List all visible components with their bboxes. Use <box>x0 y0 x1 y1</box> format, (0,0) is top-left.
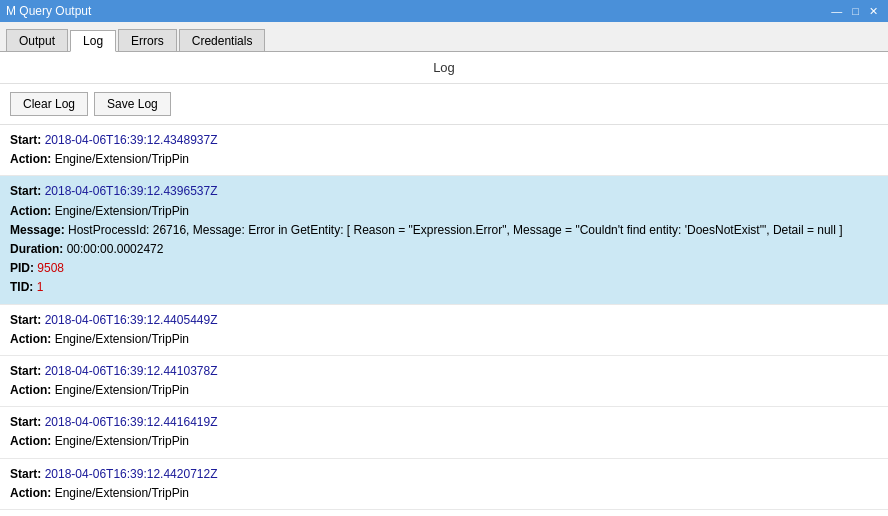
field-label: Start: <box>10 364 45 378</box>
close-button[interactable]: ✕ <box>865 2 882 20</box>
minimize-button[interactable]: — <box>827 2 846 20</box>
field-value: 1 <box>37 280 44 294</box>
field-label: Duration: <box>10 242 67 256</box>
field-label: Start: <box>10 415 45 429</box>
tab-log[interactable]: Log <box>70 30 116 52</box>
log-entry[interactable]: Start: 2018-04-06T16:39:12.4348937ZActio… <box>0 125 888 176</box>
title-bar: M Query Output — □ ✕ <box>0 0 888 22</box>
tab-credentials[interactable]: Credentials <box>179 29 266 51</box>
log-entry[interactable]: Start: 2018-04-06T16:39:12.4416419ZActio… <box>0 407 888 458</box>
field-label: Action: <box>10 152 55 166</box>
content-area: Log Clear Log Save Log Start: 2018-04-06… <box>0 52 888 516</box>
field-label: Start: <box>10 467 45 481</box>
field-value: 2018-04-06T16:39:12.4410378Z <box>45 364 218 378</box>
field-label: Start: <box>10 313 45 327</box>
field-value: Engine/Extension/TripPin <box>55 204 189 218</box>
save-log-button[interactable]: Save Log <box>94 92 171 116</box>
field-value: Engine/Extension/TripPin <box>55 152 189 166</box>
log-content[interactable]: Start: 2018-04-06T16:39:12.4348937ZActio… <box>0 125 888 516</box>
field-value: 00:00:00.0002472 <box>67 242 164 256</box>
field-value: 2018-04-06T16:39:12.4405449Z <box>45 313 218 327</box>
field-value: Engine/Extension/TripPin <box>55 434 189 448</box>
field-value: 2018-04-06T16:39:12.4396537Z <box>45 184 218 198</box>
field-value: 2018-04-06T16:39:12.4416419Z <box>45 415 218 429</box>
clear-log-button[interactable]: Clear Log <box>10 92 88 116</box>
field-label: Action: <box>10 434 55 448</box>
log-entry[interactable]: Start: 2018-04-06T16:39:12.4396537ZActio… <box>0 176 888 304</box>
field-value: 2018-04-06T16:39:12.4348937Z <box>45 133 218 147</box>
field-label: Start: <box>10 133 45 147</box>
log-section-title: Log <box>0 52 888 84</box>
field-label: Message: <box>10 223 68 237</box>
field-label: Action: <box>10 486 55 500</box>
field-value: HostProcessId: 26716, Message: Error in … <box>68 223 843 237</box>
tab-bar: OutputLogErrorsCredentials <box>0 22 888 52</box>
field-label: PID: <box>10 261 37 275</box>
window-title: M Query Output <box>6 4 91 18</box>
field-label: TID: <box>10 280 37 294</box>
field-value: 2018-04-06T16:39:12.4420712Z <box>45 467 218 481</box>
field-label: Action: <box>10 332 55 346</box>
maximize-button[interactable]: □ <box>848 2 863 20</box>
field-label: Start: <box>10 184 45 198</box>
field-label: Action: <box>10 383 55 397</box>
field-value: Engine/Extension/TripPin <box>55 486 189 500</box>
window-controls: — □ ✕ <box>827 2 882 20</box>
log-toolbar: Clear Log Save Log <box>0 84 888 125</box>
field-value: Engine/Extension/TripPin <box>55 332 189 346</box>
log-entry[interactable]: Start: 2018-04-06T16:39:12.4425721ZActio… <box>0 510 888 516</box>
field-value: Engine/Extension/TripPin <box>55 383 189 397</box>
log-entry[interactable]: Start: 2018-04-06T16:39:12.4405449ZActio… <box>0 305 888 356</box>
tab-output[interactable]: Output <box>6 29 68 51</box>
tab-errors[interactable]: Errors <box>118 29 177 51</box>
log-entry[interactable]: Start: 2018-04-06T16:39:12.4410378ZActio… <box>0 356 888 407</box>
field-label: Action: <box>10 204 55 218</box>
field-value: 9508 <box>37 261 64 275</box>
log-entry[interactable]: Start: 2018-04-06T16:39:12.4420712ZActio… <box>0 459 888 510</box>
